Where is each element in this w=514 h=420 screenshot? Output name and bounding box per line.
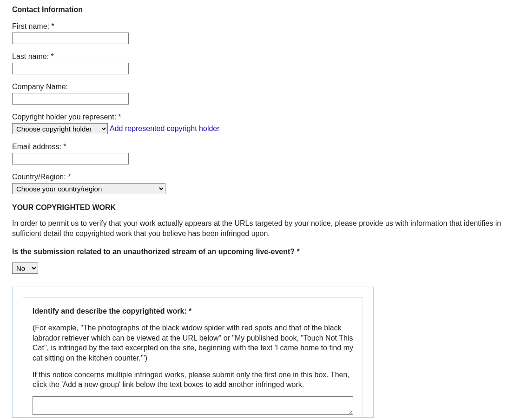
work-intro: In order to permit us to verify that you… <box>12 218 502 238</box>
last-name-field: Last name: * <box>12 52 502 74</box>
email-input[interactable] <box>12 153 129 164</box>
live-event-select[interactable]: No <box>12 262 38 274</box>
email-field: Email address: * <box>12 143 502 164</box>
email-label: Email address: * <box>12 143 502 151</box>
copyright-holder-label: Copyright holder you represent: * <box>12 113 502 121</box>
first-name-input[interactable] <box>12 33 129 44</box>
first-name-field: First name: * <box>12 22 502 44</box>
work-box-inner: Identify and describe the copyrighted wo… <box>23 297 363 417</box>
country-select[interactable]: Choose your country/region <box>12 183 165 194</box>
company-field: Company Name: <box>12 83 502 105</box>
describe-textarea[interactable] <box>33 396 353 415</box>
identify-heading: Identify and describe the copyrighted wo… <box>33 307 353 315</box>
identify-example: (For example, "The photographs of the bl… <box>33 323 353 363</box>
add-copyright-holder-link[interactable]: Add represented copyright holder <box>110 125 220 133</box>
company-input[interactable] <box>12 93 129 105</box>
copyright-holder-field: Copyright holder you represent: * Choose… <box>12 113 502 134</box>
identify-multiple: If this notice concerns multiple infring… <box>33 370 353 390</box>
work-box-outer: Identify and describe the copyrighted wo… <box>12 287 374 418</box>
company-label: Company Name: <box>12 83 502 91</box>
work-heading: YOUR COPYRIGHTED WORK <box>12 203 502 212</box>
live-event-field: No <box>12 262 502 274</box>
first-name-label: First name: * <box>12 22 502 31</box>
last-name-label: Last name: * <box>12 52 502 61</box>
live-event-question: Is the submission related to an unauthor… <box>12 248 502 256</box>
last-name-input[interactable] <box>12 63 129 74</box>
country-field: Country/Region: * Choose your country/re… <box>12 173 502 194</box>
copyright-holder-select[interactable]: Choose copyright holder <box>12 123 108 134</box>
contact-heading: Contact Information <box>12 6 502 14</box>
country-label: Country/Region: * <box>12 173 502 181</box>
